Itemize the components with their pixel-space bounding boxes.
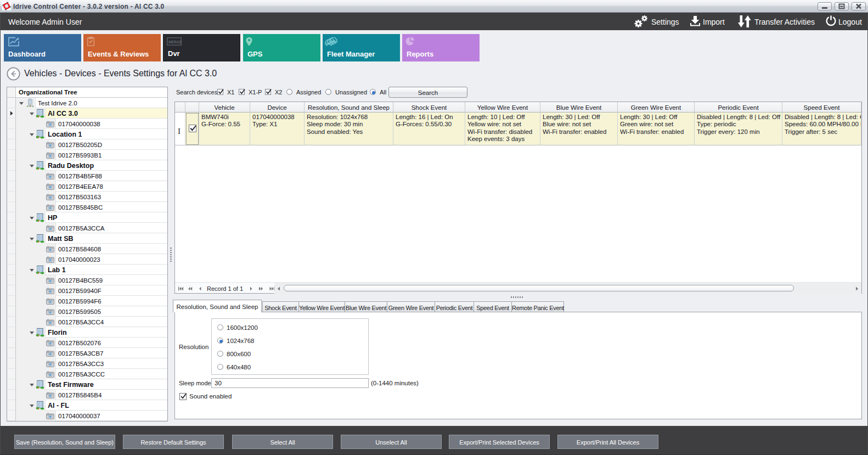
svg-text:MERGE: MERGE bbox=[168, 40, 182, 44]
